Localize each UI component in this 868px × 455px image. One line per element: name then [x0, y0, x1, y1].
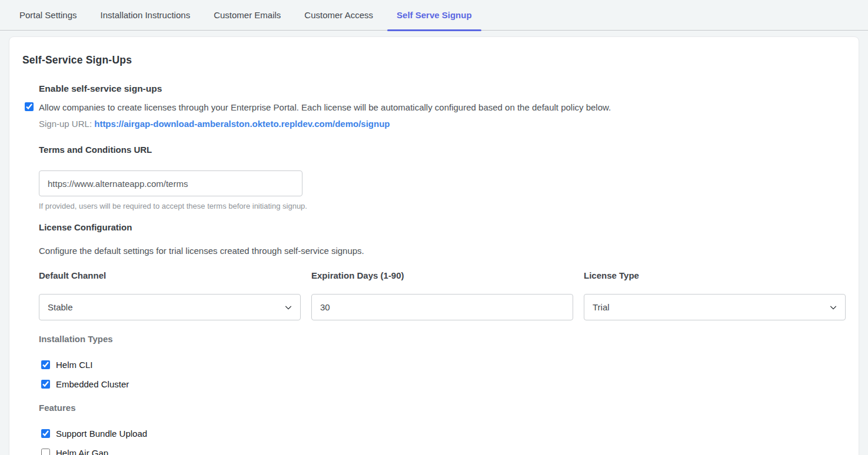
installation-type-row: Embedded Cluster [41, 379, 846, 389]
terms-url-input[interactable] [39, 170, 302, 196]
default-channel-select[interactable]: Stable [39, 294, 301, 320]
installation-type-row: Helm CLI [41, 360, 846, 370]
helm-cli-label: Helm CLI [56, 360, 93, 370]
embedded-cluster-label: Embedded Cluster [56, 379, 129, 389]
settings-tab-bar: Portal Settings Installation Instruction… [0, 0, 868, 31]
license-type-label: License Type [584, 270, 846, 281]
support-bundle-upload-label: Support Bundle Upload [56, 429, 147, 439]
installation-types-heading: Installation Types [39, 333, 846, 345]
tab-customer-access[interactable]: Customer Access [295, 0, 383, 30]
active-tab-indicator [387, 29, 481, 31]
helm-air-gap-checkbox[interactable] [41, 449, 50, 455]
license-type-select-wrap: Trial [584, 294, 846, 320]
self-service-signups-card: Self-Service Sign-Ups Enable self-servic… [9, 36, 859, 455]
terms-url-label: Terms and Conditions URL [39, 144, 846, 156]
signup-url-link[interactable]: https://airgap-download-amberalston.okte… [94, 119, 390, 129]
tab-portal-settings[interactable]: Portal Settings [10, 0, 87, 30]
expiration-days-input[interactable] [311, 294, 573, 320]
enable-signups-row: Allow companies to create licenses throu… [39, 101, 846, 113]
feature-row: Support Bundle Upload [41, 429, 846, 439]
enable-signups-heading: Enable self-service sign-ups [39, 82, 846, 95]
default-channel-label: Default Channel [39, 270, 301, 281]
signup-url-label: Sign-up URL: [39, 119, 92, 129]
embedded-cluster-checkbox[interactable] [41, 380, 50, 389]
license-type-select[interactable]: Trial [584, 294, 846, 320]
license-type-field: License Type Trial [584, 270, 846, 320]
helm-air-gap-label: Helm Air Gap [56, 448, 108, 455]
tab-customer-emails[interactable]: Customer Emails [204, 0, 290, 30]
license-configuration-description: Configure the default settings for trial… [39, 245, 846, 257]
tab-label: Self Serve Signup [397, 10, 472, 20]
tab-label: Customer Emails [214, 10, 281, 20]
tab-label: Customer Access [304, 10, 373, 20]
tab-self-serve-signup[interactable]: Self Serve Signup [387, 0, 481, 30]
features-heading: Features [39, 402, 846, 414]
expiration-days-label: Expiration Days (1-90) [311, 270, 573, 281]
feature-row: Helm Air Gap [41, 448, 846, 455]
expiration-days-input-wrap [311, 294, 573, 320]
license-configuration-heading: License Configuration [39, 222, 846, 233]
expiration-days-field: Expiration Days (1-90) [311, 270, 573, 320]
terms-helper-text: If provided, users will be required to a… [39, 202, 846, 210]
card-content: Enable self-service sign-ups Allow compa… [39, 82, 846, 455]
signup-url-line: Sign-up URL: https://airgap-download-amb… [39, 118, 846, 130]
enable-signups-checkbox[interactable] [25, 102, 34, 111]
default-channel-select-wrap: Stable [39, 294, 301, 320]
enable-signups-description: Allow companies to create licenses throu… [39, 102, 611, 112]
page-title: Self-Service Sign-Ups [22, 53, 846, 67]
tab-label: Portal Settings [19, 10, 77, 20]
default-channel-field: Default Channel Stable [39, 270, 301, 320]
tab-installation-instructions[interactable]: Installation Instructions [91, 0, 200, 30]
helm-cli-checkbox[interactable] [41, 360, 50, 369]
support-bundle-upload-checkbox[interactable] [41, 429, 50, 438]
license-fields-row: Default Channel Stable Expiration Days (… [39, 270, 846, 320]
tab-label: Installation Instructions [101, 10, 191, 20]
